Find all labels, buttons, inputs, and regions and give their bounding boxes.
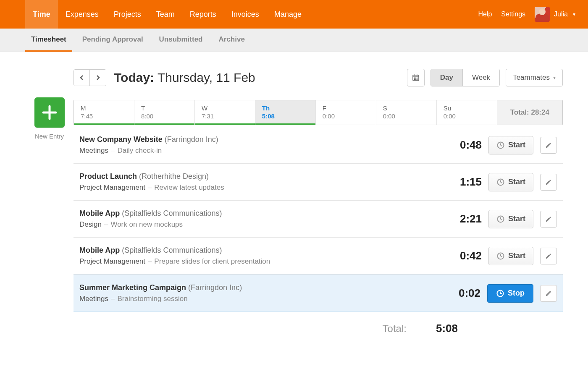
entry-client: (Rotherhithe Design) [139,172,209,181]
day-time: 5:08 [262,113,309,120]
entry-duration: 0:48 [444,139,482,152]
nav-item-time[interactable]: Time [25,0,58,29]
entry-info: Summer Marketing Campaign (Farringdon In… [79,283,436,303]
entry-info: New Company Website (Farringdon Inc)Meet… [79,135,437,155]
day-cell-m[interactable]: M7:45 [74,100,134,125]
edit-entry-button[interactable] [540,137,557,154]
entry-notes: Work on new mockups [110,220,183,228]
entry-project: Product Launch [79,172,137,181]
clock-icon [496,252,505,260]
user-menu[interactable]: Julia ▾ [535,7,575,22]
teammates-dropdown[interactable]: Teammates ▾ [506,69,563,86]
edit-entry-button[interactable] [540,285,557,302]
entry-task: Meetings [79,147,108,154]
time-entry-row: Mobile App (Spitalfields Communications)… [74,238,563,275]
next-day-button[interactable] [90,70,106,86]
view-toggle: Day Week [430,69,500,86]
timer-button-label: Start [508,178,525,186]
entry-task: Meetings [79,295,108,303]
entry-info: Product Launch (Rotherhithe Design)Proje… [79,172,437,192]
day-label: Th [262,105,309,112]
time-entry-row: Summer Marketing Campaign (Farringdon In… [74,275,563,312]
view-day-button[interactable]: Day [431,69,463,86]
pencil-icon [545,253,552,259]
svg-point-9 [414,79,415,79]
day-label: F [323,105,369,112]
view-week-button[interactable]: Week [463,69,499,86]
day-time: 0:00 [323,113,369,120]
edit-entry-button[interactable] [540,248,557,264]
pencil-icon [545,179,552,186]
entry-project: New Company Website [79,135,163,144]
entry-task: Project Management [79,257,145,265]
time-entries: New Company Website (Farringdon Inc)Meet… [74,127,563,312]
calendar-icon [412,74,420,81]
entry-project: Summer Marketing Campaign [79,283,186,292]
day-cell-w[interactable]: W7:31 [195,100,255,125]
chevron-left-icon [79,75,84,81]
entry-client: (Spitalfields Communications) [122,209,222,217]
nav-item-reports[interactable]: Reports [182,0,224,29]
edit-entry-button[interactable] [540,211,557,228]
day-cell-su[interactable]: Su0:00 [437,100,497,125]
new-entry-button[interactable] [34,97,65,128]
help-link[interactable]: Help [478,10,492,18]
entry-notes: Review latest updates [154,183,224,191]
timer-button-label: Start [508,215,525,223]
day-cell-t[interactable]: T8:00 [134,100,195,125]
svg-line-23 [501,256,502,257]
entry-task: Project Management [79,183,145,191]
svg-point-11 [417,79,417,79]
entry-duration: 1:15 [444,175,482,188]
day-cell-th[interactable]: Th5:08 [255,100,316,125]
calendar-button[interactable] [407,69,425,86]
top-nav: TimeExpensesProjectsTeamReportsInvoicesM… [0,0,588,29]
entry-notes: Brainstorming session [117,295,187,303]
entry-notes: Daily check-in [117,147,162,154]
edit-entry-button[interactable] [540,174,557,191]
avatar [535,7,550,22]
day-cell-s[interactable]: S0:00 [376,100,437,125]
plus-icon [40,103,59,122]
today-prefix: Today: [114,71,154,84]
nav-item-manage[interactable]: Manage [267,0,309,29]
prev-day-button[interactable] [74,70,90,86]
entry-client: (Farringdon Inc) [188,283,242,292]
stop-timer-button[interactable]: Stop [487,284,533,303]
clock-icon [496,141,505,149]
entry-notes: Prepare slides for client presentation [154,257,270,265]
tab-archive[interactable]: Archive [213,29,251,52]
entry-task: Design [79,220,102,228]
nav-item-team[interactable]: Team [149,0,182,29]
svg-point-7 [415,78,416,78]
tab-unsubmitted[interactable]: Unsubmitted [153,29,209,52]
start-timer-button[interactable]: Start [488,173,533,191]
pencil-icon [545,216,552,222]
svg-line-20 [501,219,502,220]
timer-button-label: Stop [508,289,525,298]
total-value: 5:08 [436,322,458,335]
svg-line-14 [501,145,502,146]
entry-duration: 0:42 [444,249,482,262]
clock-icon [496,215,505,223]
entry-project: Mobile App [79,246,120,254]
svg-point-6 [414,78,415,78]
entry-info: Mobile App (Spitalfields Communications)… [79,209,437,229]
nav-item-expenses[interactable]: Expenses [58,0,106,29]
entry-client: (Farringdon Inc) [165,135,218,144]
tab-timesheet[interactable]: Timesheet [25,29,72,52]
date-headline: Today: Thursday, 11 Feb [114,71,255,85]
start-timer-button[interactable]: Start [488,210,533,228]
new-entry-label: New Entry [25,133,74,140]
day-cell-f[interactable]: F0:00 [316,100,376,125]
clock-icon [496,289,504,298]
time-entry-row: New Company Website (Farringdon Inc)Meet… [74,127,563,164]
entry-duration: 0:02 [443,287,480,300]
settings-link[interactable]: Settings [501,10,525,18]
start-timer-button[interactable]: Start [488,136,533,154]
nav-item-projects[interactable]: Projects [106,0,149,29]
tab-pending-approval[interactable]: Pending Approval [76,29,149,52]
nav-item-invoices[interactable]: Invoices [224,0,267,29]
start-timer-button[interactable]: Start [488,247,533,265]
day-label: S [383,105,430,112]
